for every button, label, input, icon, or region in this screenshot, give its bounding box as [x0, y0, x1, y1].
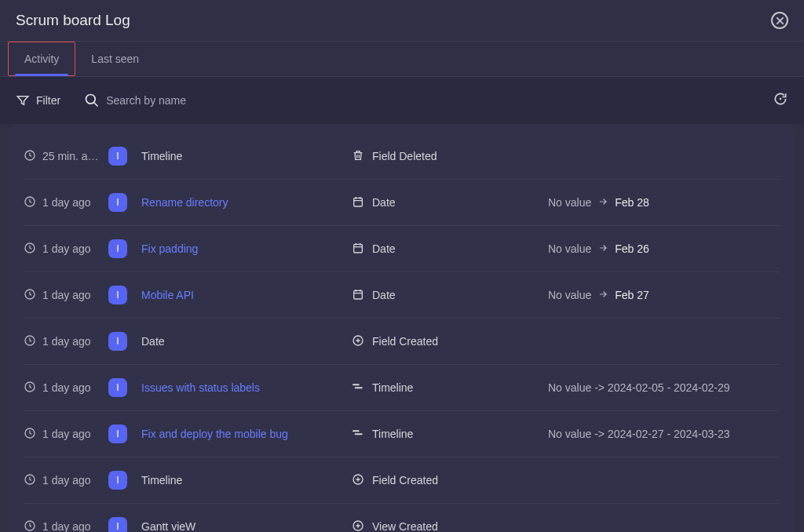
clock-icon — [24, 473, 36, 488]
avatar[interactable]: I — [108, 286, 127, 304]
avatar[interactable]: I — [108, 332, 127, 351]
log-item-link[interactable]: Mobile API — [141, 289, 352, 301]
clock-icon — [24, 242, 36, 257]
log-row: 1 day agoIMobile APIDateNo valueFeb 27 — [24, 272, 780, 319]
field-text: Date — [372, 196, 396, 209]
log-row: 25 min. a…ITimelineField Deleted — [24, 133, 780, 180]
change-text: No value -> 2024-02-27 - 2024-03-23 — [548, 428, 730, 440]
change-from: No value — [548, 289, 591, 301]
search-icon — [84, 93, 100, 108]
change-col: No valueFeb 28 — [548, 196, 780, 210]
time-text: 1 day ago — [42, 242, 91, 255]
time-text: 1 day ago — [42, 381, 91, 394]
plus-circle-icon — [352, 334, 364, 349]
tabs: Activity Last seen — [0, 42, 804, 77]
log-row: 1 day agoIIssues with status labelsTimel… — [24, 365, 780, 411]
clock-icon — [24, 381, 36, 395]
arrow-right-icon — [598, 289, 608, 302]
change-from: No value — [548, 242, 591, 255]
plus-circle-icon — [352, 519, 364, 533]
svg-rect-6 — [354, 244, 363, 253]
timeline-icon — [352, 427, 364, 442]
log-row: 1 day agoIRename directoryDateNo valueFe… — [24, 180, 780, 226]
time-text: 1 day ago — [42, 335, 91, 348]
close-icon — [776, 16, 784, 25]
search-box — [84, 93, 749, 108]
calendar-icon — [352, 195, 364, 210]
change-to: Feb 28 — [615, 196, 649, 209]
page-title: Scrum board Log — [16, 12, 130, 29]
avatar[interactable]: I — [108, 471, 127, 490]
log-item-text: Date — [141, 335, 352, 348]
refresh-icon — [773, 91, 788, 107]
time-text: 1 day ago — [42, 289, 91, 301]
calendar-icon — [352, 288, 364, 303]
svg-point-1 — [780, 98, 782, 100]
avatar[interactable]: I — [108, 425, 127, 443]
time-col: 1 day ago — [24, 334, 108, 349]
change-col: No valueFeb 27 — [548, 289, 780, 302]
svg-rect-4 — [354, 198, 363, 206]
time-col: 1 day ago — [24, 519, 108, 533]
log-item-text: Timeline — [141, 474, 352, 486]
field-text: Date — [372, 242, 396, 255]
svg-point-0 — [86, 95, 96, 104]
log-item-link[interactable]: Fix and deploy the mobile bug — [141, 428, 352, 440]
time-text: 1 day ago — [42, 196, 91, 209]
modal-header: Scrum board Log — [0, 0, 804, 42]
change-to: Feb 27 — [615, 289, 649, 301]
field-col: Date — [352, 242, 548, 257]
field-text: View Created — [372, 520, 438, 532]
log-item-link[interactable]: Issues with status labels — [141, 381, 352, 394]
arrow-right-icon — [598, 242, 608, 256]
time-col: 1 day ago — [24, 473, 108, 488]
clock-icon — [24, 519, 36, 533]
svg-rect-8 — [354, 290, 363, 299]
avatar[interactable]: I — [108, 517, 127, 532]
field-col: View Created — [352, 519, 548, 533]
tab-last-seen[interactable]: Last seen — [75, 42, 155, 76]
filter-button[interactable]: Filter — [16, 93, 60, 107]
search-input[interactable] — [106, 94, 243, 107]
field-col: Timeline — [352, 381, 548, 395]
tab-activity[interactable]: Activity — [8, 42, 75, 76]
avatar[interactable]: I — [108, 193, 127, 212]
log-item-text: Timeline — [141, 150, 352, 162]
field-col: Field Created — [352, 334, 548, 349]
change-from: No value — [548, 196, 591, 209]
change-col: No value -> 2024-02-27 - 2024-03-23 — [548, 428, 780, 440]
close-button[interactable] — [771, 12, 788, 29]
trash-icon — [352, 149, 364, 164]
time-text: 1 day ago — [42, 520, 91, 532]
clock-icon — [24, 195, 36, 210]
time-text: 1 day ago — [42, 474, 91, 486]
field-text: Field Deleted — [372, 150, 437, 162]
avatar[interactable]: I — [108, 239, 127, 258]
log-row: 1 day agoIFix paddingDateNo valueFeb 26 — [24, 226, 780, 272]
arrow-right-icon — [598, 196, 608, 210]
field-text: Timeline — [372, 381, 413, 394]
time-col: 1 day ago — [24, 242, 108, 257]
log-row: 1 day agoIDateField Created — [24, 319, 780, 365]
field-col: Field Created — [352, 473, 548, 488]
log-item-link[interactable]: Fix padding — [141, 242, 352, 255]
field-col: Timeline — [352, 427, 548, 442]
timeline-icon — [352, 381, 364, 395]
time-col: 1 day ago — [24, 195, 108, 210]
filter-icon — [16, 93, 30, 107]
clock-icon — [24, 288, 36, 303]
avatar[interactable]: I — [108, 378, 127, 397]
refresh-button[interactable] — [773, 91, 788, 110]
time-text: 1 day ago — [42, 428, 91, 440]
field-text: Date — [372, 289, 396, 301]
field-text: Field Created — [372, 335, 438, 348]
time-col: 1 day ago — [24, 288, 108, 303]
log-item-text: Gantt vieW — [141, 520, 352, 532]
filter-label: Filter — [36, 94, 60, 107]
change-col: No valueFeb 26 — [548, 242, 780, 256]
field-text: Field Created — [372, 474, 438, 486]
toolbar: Filter — [0, 77, 804, 124]
clock-icon — [24, 149, 36, 164]
log-item-link[interactable]: Rename directory — [141, 196, 352, 209]
avatar[interactable]: I — [108, 147, 127, 166]
